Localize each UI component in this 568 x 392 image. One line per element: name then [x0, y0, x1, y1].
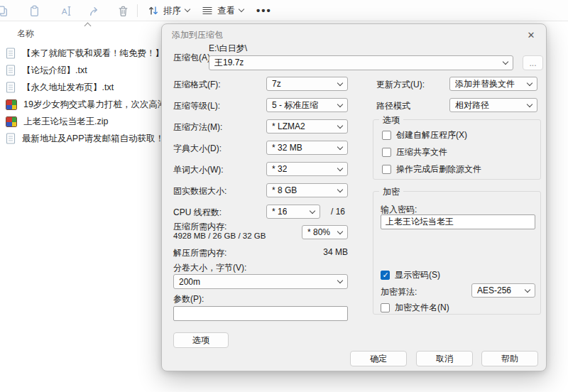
cpu-threads-total: / 16 [331, 207, 345, 217]
archive-name-value: 王19.7z [214, 57, 244, 69]
parameters-label: 参数(P): [173, 293, 204, 305]
format-label: 压缩格式(F): [173, 79, 221, 91]
encryption-group-title: 加密 [379, 186, 403, 198]
memory-percent-value: * 80% [307, 227, 330, 237]
view-label: 查看 [217, 5, 235, 17]
word-size-combobox[interactable]: * 32 [266, 162, 348, 176]
checkbox-icon[interactable] [382, 165, 391, 174]
volume-size-label: 分卷大小，字节(V): [173, 262, 246, 274]
sort-arrows-icon [148, 5, 159, 16]
dictionary-value: * 32 MB [272, 143, 302, 153]
chevron-down-icon [337, 186, 343, 192]
update-mode-value: 添加并替换文件 [455, 78, 515, 90]
dialog-title[interactable]: 添加到压缩包 [172, 29, 223, 41]
checkbox-icon[interactable] [382, 131, 391, 140]
word-size-label: 单词大小(W): [173, 164, 224, 176]
update-mode-combobox[interactable]: 添加并替换文件 [449, 77, 537, 91]
memory-decompress-value: 34 MB [305, 247, 348, 257]
delete-icon[interactable] [117, 5, 129, 17]
archive-file-icon [6, 116, 17, 127]
solid-block-label: 固实数据大小: [173, 185, 226, 197]
sort-label: 排序 [163, 5, 181, 17]
parameters-input[interactable] [173, 306, 348, 321]
chevron-down-icon [337, 165, 343, 170]
sfx-checkbox-label: 创建自解压程序(X) [396, 129, 467, 141]
chevron-down-icon [337, 80, 343, 85]
file-name: 19岁少女狗交式暴力打桩，次次高潮.7z [23, 99, 178, 111]
volume-size-combobox[interactable]: 200m [173, 274, 348, 289]
checkbox-checked-icon[interactable] [381, 271, 390, 280]
chevron-down-icon [337, 101, 343, 107]
delete-after-checkbox-label: 操作完成后删除源文件 [396, 163, 481, 175]
cpu-threads-label: CPU 线程数: [173, 207, 222, 219]
chevron-down-icon [337, 228, 343, 234]
encryption-method-label: 加密算法: [381, 286, 417, 298]
column-header-name[interactable]: 名称 [17, 28, 34, 40]
memory-percent-combobox[interactable]: * 80% [302, 225, 348, 239]
encryption-method-value: AES-256 [477, 285, 511, 295]
file-explorer-window: A 排序 查看 [0, 0, 568, 392]
sfx-checkbox-row[interactable]: 创建自解压程序(X) [382, 129, 467, 141]
password-input[interactable] [381, 214, 535, 229]
chevron-down-icon [337, 143, 343, 149]
level-label: 压缩等级(L): [173, 100, 220, 112]
chevron-down-icon [185, 6, 190, 12]
sort-button[interactable]: 排序 [143, 2, 194, 19]
sort-ascending-icon [84, 23, 92, 30]
checkbox-icon[interactable] [381, 303, 390, 312]
update-mode-label: 更新方式(U): [376, 79, 425, 91]
level-value: 5 - 标准压缩 [272, 99, 318, 111]
add-to-archive-dialog: 添加到压缩包 ✕ 压缩包(A) E:\白日梦\ 王19.7z ... 压缩格式(… [161, 23, 547, 371]
ok-button[interactable]: 确定 [350, 351, 407, 366]
memory-usage-value: 4928 MB / 26 GB / 32 GB [173, 232, 266, 240]
path-mode-combobox[interactable]: 相对路径 [449, 98, 537, 112]
more-options-button[interactable]: ••• [252, 2, 276, 19]
method-label: 压缩方法(M): [173, 121, 222, 134]
options-group-title: 选项 [379, 114, 403, 126]
format-combobox[interactable]: 7z [266, 77, 348, 91]
view-button[interactable]: 查看 [197, 2, 248, 19]
cancel-button[interactable]: 取消 [416, 351, 473, 366]
text-file-icon [6, 65, 16, 76]
file-name: 上老王论坛当老王.zip [23, 116, 108, 128]
checkbox-icon[interactable] [382, 148, 391, 157]
shared-files-checkbox-row[interactable]: 压缩共享文件 [382, 146, 447, 158]
solid-block-combobox[interactable]: * 8 GB [266, 183, 348, 197]
text-file-icon [6, 82, 16, 93]
delete-after-checkbox-row[interactable]: 操作完成后删除源文件 [382, 163, 481, 175]
archive-file-icon [6, 99, 17, 110]
encryption-method-combobox[interactable]: AES-256 [471, 283, 535, 298]
cpu-threads-value: * 16 [272, 207, 287, 217]
dictionary-combobox[interactable]: * 32 MB [266, 141, 348, 155]
cpu-threads-combobox[interactable]: * 16 [266, 205, 320, 219]
chevron-down-icon [310, 207, 315, 213]
format-value: 7z [272, 79, 281, 89]
file-name: 【永久地址发布页】.txt [22, 82, 114, 94]
word-size-value: * 32 [272, 164, 287, 174]
copy-icon[interactable] [0, 5, 9, 17]
archive-name-combobox[interactable]: 王19.7z [209, 55, 513, 70]
file-name: 【来了就能下载和观看！纯免费！】.txt [22, 48, 176, 60]
encrypt-names-label: 加密文件名(N) [395, 302, 449, 314]
method-combobox[interactable]: * LZMA2 [266, 119, 348, 134]
level-combobox[interactable]: 5 - 标准压缩 [266, 98, 348, 112]
close-icon[interactable]: ✕ [522, 27, 540, 43]
path-mode-label: 路径模式 [376, 100, 410, 112]
browse-button[interactable]: ... [523, 55, 543, 70]
rename-icon[interactable]: A [60, 5, 72, 17]
help-button[interactable]: 帮助 [481, 351, 538, 366]
text-file-icon [6, 133, 16, 144]
chevron-down-icon [337, 278, 343, 283]
chevron-down-icon [503, 59, 508, 65]
view-lines-icon [202, 5, 213, 16]
encrypt-names-checkbox-row[interactable]: 加密文件名(N) [381, 302, 449, 314]
chevron-down-icon [337, 122, 343, 128]
chevron-down-icon [239, 6, 244, 12]
options-button[interactable]: 选项 [173, 332, 229, 348]
share-icon[interactable] [89, 5, 101, 17]
more-icon: ••• [256, 2, 272, 19]
paste-icon[interactable] [28, 5, 40, 17]
show-password-checkbox-row[interactable]: 显示密码(S) [381, 269, 440, 281]
chevron-down-icon [525, 286, 530, 292]
archive-label: 压缩包(A) [173, 52, 210, 64]
